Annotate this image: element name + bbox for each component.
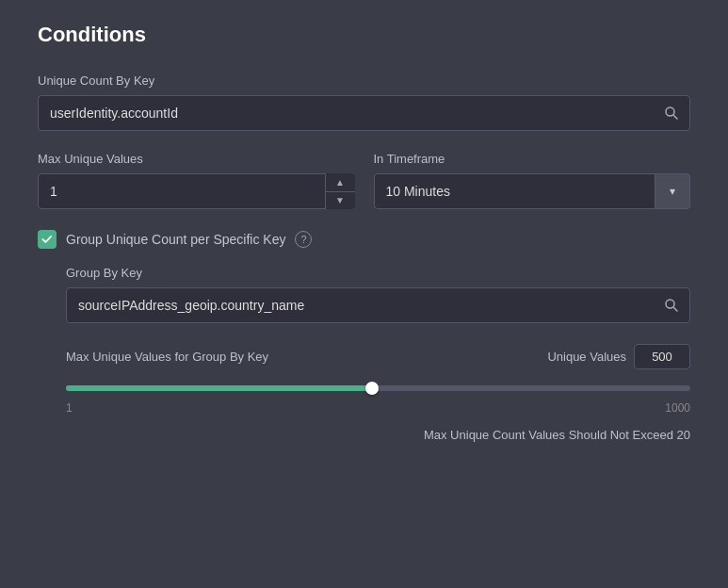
in-timeframe-label: In Timeframe — [374, 152, 691, 166]
spinner-up-button[interactable]: ▲ — [326, 173, 355, 192]
spinner-down-button[interactable]: ▼ — [326, 192, 355, 210]
group-by-key-input-wrapper — [66, 287, 690, 323]
max-unique-values-group: Max Unique Values ▲ ▼ — [38, 152, 355, 209]
warning-text: Max Unique Count Values Should Not Excee… — [66, 428, 690, 442]
slider-header: Max Unique Values for Group By Key Uniqu… — [66, 344, 690, 369]
group-by-key-group: Group By Key — [66, 266, 690, 323]
search-icon — [664, 106, 679, 121]
conditions-panel: Conditions Unique Count By Key Max Uniqu… — [0, 0, 728, 465]
page-title: Conditions — [38, 23, 690, 47]
svg-point-2 — [666, 300, 674, 308]
slider-value-right: Unique Values — [547, 344, 690, 369]
unique-count-search-button[interactable] — [660, 102, 683, 124]
max-unique-values-label: Max Unique Values — [38, 152, 355, 166]
max-unique-values-input[interactable] — [38, 173, 355, 209]
check-icon — [41, 234, 53, 245]
unique-count-input-wrapper — [38, 95, 690, 131]
help-icon[interactable]: ? — [295, 231, 312, 248]
group-by-key-input[interactable] — [66, 287, 690, 323]
svg-line-3 — [674, 308, 678, 312]
values-timeframe-row: Max Unique Values ▲ ▼ In Timeframe 10 Mi… — [38, 152, 690, 209]
in-timeframe-group: In Timeframe 10 Minutes 1 Minute 5 Minut… — [374, 152, 691, 209]
spinner-buttons: ▲ ▼ — [325, 173, 355, 209]
svg-point-0 — [666, 107, 674, 116]
slider-wrapper — [66, 379, 690, 398]
indented-section: Group By Key Max Unique Values for Group… — [66, 266, 690, 442]
up-arrow-icon: ▲ — [335, 177, 345, 188]
slider-max-label: 1000 — [665, 401, 690, 415]
unique-count-by-key-group: Unique Count By Key — [38, 74, 690, 131]
group-by-key-search-button[interactable] — [660, 294, 683, 317]
search-icon — [664, 298, 679, 313]
unique-count-input[interactable] — [38, 95, 690, 131]
group-by-key-label: Group By Key — [66, 266, 690, 280]
slider-title: Max Unique Values for Group By Key — [66, 350, 268, 364]
in-timeframe-wrapper: 10 Minutes 1 Minute 5 Minutes 30 Minutes… — [374, 173, 691, 209]
in-timeframe-select[interactable]: 10 Minutes 1 Minute 5 Minutes 30 Minutes… — [374, 173, 691, 209]
group-unique-count-label: Group Unique Count per Specific Key — [66, 232, 285, 247]
down-arrow-icon: ▼ — [335, 195, 345, 205]
unique-values-label: Unique Values — [547, 350, 626, 364]
group-unique-count-row: Group Unique Count per Specific Key ? — [38, 230, 690, 249]
unique-count-by-key-label: Unique Count By Key — [38, 74, 690, 88]
group-unique-count-checkbox[interactable] — [38, 230, 57, 249]
slider-min-label: 1 — [66, 401, 73, 415]
unique-values-input[interactable] — [634, 344, 690, 369]
svg-line-1 — [674, 116, 678, 120]
slider-labels: 1 1000 — [66, 401, 690, 415]
max-unique-values-wrapper: ▲ ▼ — [38, 173, 355, 209]
slider-section: Max Unique Values for Group By Key Uniqu… — [66, 344, 690, 442]
